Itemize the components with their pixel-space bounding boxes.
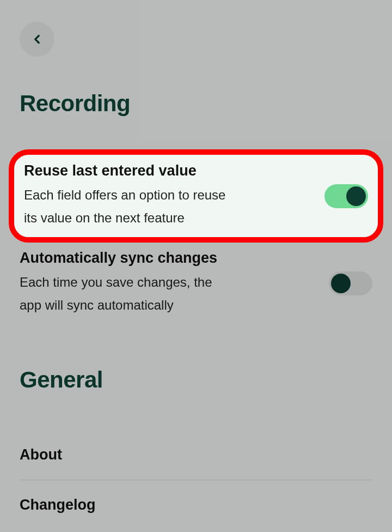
- toggle-thumb: [331, 274, 351, 293]
- setting-label: Automatically sync changes: [20, 250, 320, 267]
- setting-label: Reuse last entered value: [24, 162, 316, 179]
- setting-description: Each field offers an option to reuse its…: [24, 184, 242, 229]
- chevron-left-icon: [30, 32, 44, 46]
- highlight-reuse-value: Reuse last entered value Each field offe…: [9, 149, 383, 243]
- setting-description: Each time you save changes, the app will…: [20, 271, 237, 317]
- list-item-about[interactable]: About: [20, 430, 372, 480]
- section-title-recording: Recording: [20, 90, 372, 117]
- back-button[interactable]: [20, 22, 54, 57]
- toggle-sync[interactable]: [329, 271, 372, 295]
- toggle-thumb: [346, 186, 366, 206]
- setting-row-reuse: Reuse last entered value Each field offe…: [24, 162, 368, 229]
- list-item-label: About: [20, 446, 372, 463]
- list-item-label: Changelog: [20, 497, 372, 513]
- section-title-general: General: [20, 367, 372, 393]
- toggle-reuse[interactable]: [324, 184, 368, 208]
- list-item-changelog[interactable]: Changelog: [20, 480, 372, 530]
- setting-row-sync: Automatically sync changes Each time you…: [20, 239, 372, 328]
